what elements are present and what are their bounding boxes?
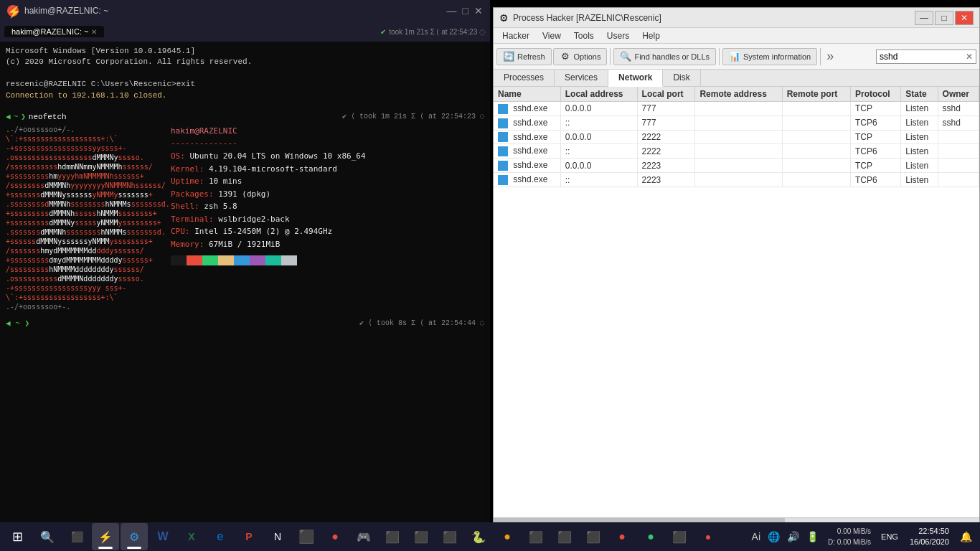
- terminal-prompt-line: ◀ ~ ❯ neofetch ✔ ⟨ took 1m 21s Σ ⟨ at 22…: [6, 112, 484, 123]
- taskbar-app-task-view[interactable]: ⬛: [63, 523, 90, 550]
- taskbar-app-6[interactable]: ⬛: [436, 523, 463, 550]
- taskbar-app-3[interactable]: 🎮: [350, 523, 377, 550]
- taskbar-app-10[interactable]: ⬛: [551, 523, 578, 550]
- col-state[interactable]: State: [901, 87, 938, 102]
- cell-remote-addr: [695, 102, 782, 116]
- system-info-label: System information: [743, 52, 811, 61]
- ph-menu-help[interactable]: Help: [636, 29, 666, 42]
- taskbar-lang[interactable]: ENG: [878, 532, 901, 541]
- sshd-icon: [498, 161, 508, 171]
- taskbar-search-btn[interactable]: 🔍: [34, 524, 60, 550]
- cell-remote-addr: [695, 159, 782, 173]
- find-handles-button[interactable]: 🔍 Find handles or DLLs: [613, 48, 716, 65]
- terminal-close-btn[interactable]: ✕: [474, 5, 483, 17]
- col-protocol[interactable]: Protocol: [850, 87, 900, 102]
- terminal-window-controls[interactable]: — □ ✕: [447, 5, 483, 17]
- taskbar-clock[interactable]: 22:54:50 16/06/2020: [904, 526, 955, 548]
- terminal-maximize-btn[interactable]: □: [463, 5, 468, 17]
- ph-network-table-container[interactable]: Name Local address Local port Remote add…: [494, 87, 979, 517]
- neofetch-ascii-art: .-/+oossssoo+/-. \`:+ssssssssssssssssss+…: [6, 125, 164, 311]
- taskbar-app-notepad[interactable]: N: [264, 523, 291, 550]
- taskbar-app-process-hacker[interactable]: ⚙: [121, 523, 148, 550]
- col-remote-address[interactable]: Remote address: [695, 87, 782, 102]
- cell-state: Listen: [901, 102, 938, 116]
- options-button[interactable]: ⚙ Options: [553, 48, 608, 65]
- refresh-label: Refresh: [517, 52, 545, 61]
- system-info-button[interactable]: 📊 System information: [722, 48, 817, 65]
- terminal-prompt-caret: ~: [14, 112, 19, 123]
- ph-close-btn[interactable]: ✕: [955, 11, 974, 25]
- taskbar-app-word[interactable]: W: [149, 523, 176, 550]
- sshd-icon: [498, 132, 508, 142]
- perf-download: D: 0.00 MiB/s: [828, 537, 871, 547]
- sys-tray-sound[interactable]: 🔊: [785, 531, 801, 542]
- col-remote-port[interactable]: Remote port: [782, 87, 850, 102]
- terminal-timing-3: ✔ ⟨ took 8s Σ ⟨ at 22:54:44 ◌: [359, 319, 484, 329]
- tab-disk[interactable]: Disk: [663, 70, 700, 86]
- taskbar-app-powerpoint[interactable]: P: [235, 523, 263, 550]
- taskbar-app-9[interactable]: ⬛: [522, 523, 550, 550]
- tab-network[interactable]: Network: [608, 70, 663, 87]
- table-row[interactable]: sshd.exe 0.0.0.0 2223 TCP Listen: [494, 159, 979, 173]
- ph-search-box[interactable]: ✕: [876, 50, 976, 64]
- ph-maximize-btn[interactable]: □: [935, 11, 953, 25]
- terminal-tab-1[interactable]: hakim@RAZELNIC: ~ ✕: [4, 26, 104, 37]
- terminal-body[interactable]: Microsoft Windows [Version 10.0.19645.1]…: [0, 42, 490, 551]
- col-owner[interactable]: Owner: [938, 87, 979, 102]
- taskbar-app-1[interactable]: ⬛: [293, 523, 320, 550]
- taskbar-app-12[interactable]: ●: [608, 523, 636, 550]
- ph-window-controls[interactable]: — □ ✕: [915, 11, 974, 25]
- taskbar-app-15[interactable]: ●: [694, 523, 722, 550]
- terminal-minimize-btn[interactable]: —: [447, 5, 457, 17]
- tab-processes[interactable]: Processes: [494, 70, 555, 86]
- sys-tray-ai[interactable]: Ai: [750, 531, 763, 542]
- cell-remote-port: [782, 116, 850, 130]
- taskbar-app-edge[interactable]: e: [207, 523, 234, 550]
- taskbar-app-excel[interactable]: X: [178, 523, 205, 550]
- table-row[interactable]: sshd.exe :: 777 TCP6 Listen sshd: [494, 116, 979, 130]
- cell-owner: sshd: [938, 116, 979, 130]
- col-name[interactable]: Name: [494, 87, 560, 102]
- neofetch-output: .-/+oossssoo+/-. \`:+ssssssssssssssssss+…: [6, 125, 484, 311]
- taskbar-app-5[interactable]: ⬛: [407, 523, 435, 550]
- taskbar-app-terminal[interactable]: ⚡: [92, 523, 119, 550]
- perf-upload: 0.00 MiB/s: [828, 526, 871, 537]
- taskbar-app-13[interactable]: ●: [637, 523, 664, 550]
- taskbar-app-2[interactable]: ●: [321, 523, 349, 550]
- toolbar-expand-icon[interactable]: »: [824, 49, 837, 64]
- refresh-button[interactable]: 🔄 Refresh: [496, 48, 552, 65]
- table-row[interactable]: sshd.exe :: 2222 TCP6 Listen: [494, 144, 979, 159]
- table-row[interactable]: sshd.exe :: 2223 TCP6 Listen: [494, 173, 979, 187]
- search-clear-btn[interactable]: ✕: [963, 50, 976, 63]
- taskbar-app-7[interactable]: 🐍: [465, 523, 492, 550]
- table-row[interactable]: sshd.exe 0.0.0.0 777 TCP Listen sshd: [494, 102, 979, 116]
- taskbar-app-14[interactable]: ⬛: [666, 523, 693, 550]
- ph-menu-view[interactable]: View: [537, 29, 567, 42]
- sys-tray-notification[interactable]: 🔔: [958, 531, 974, 542]
- cell-protocol: TCP6: [850, 144, 900, 159]
- terminal-tab-close[interactable]: ✕: [91, 28, 97, 36]
- tab-services[interactable]: Services: [555, 70, 608, 86]
- sys-tray-network[interactable]: 🌐: [765, 531, 782, 542]
- col-local-address[interactable]: Local address: [560, 87, 637, 102]
- ph-tabs: Processes Services Network Disk: [494, 70, 979, 87]
- col-local-port[interactable]: Local port: [637, 87, 695, 102]
- sys-tray-battery[interactable]: 🔋: [804, 531, 821, 542]
- search-input[interactable]: [877, 50, 963, 63]
- ph-menu-users[interactable]: Users: [601, 29, 635, 42]
- cell-remote-port: [782, 130, 850, 144]
- taskbar-perf: 0.00 MiB/s D: 0.00 MiB/s: [824, 526, 875, 547]
- ph-minimize-btn[interactable]: —: [915, 11, 933, 25]
- taskbar-app-4[interactable]: ⬛: [379, 523, 406, 550]
- terminal-command: neofetch: [29, 112, 67, 123]
- sshd-icon: [498, 118, 508, 128]
- table-row[interactable]: sshd.exe 0.0.0.0 2222 TCP Listen: [494, 130, 979, 144]
- ph-menu-tools[interactable]: Tools: [568, 29, 600, 42]
- start-button[interactable]: ⊞: [0, 522, 34, 551]
- terminal-tab-status: ✔ took 1m 21s Σ ⟨ at 22:54:23 ◌: [380, 28, 486, 36]
- ph-menu-hacker[interactable]: Hacker: [496, 29, 535, 42]
- taskbar-app-11[interactable]: ⬛: [580, 523, 607, 550]
- taskbar-app-8[interactable]: ●: [494, 523, 521, 550]
- sshd-icon: [498, 146, 508, 156]
- cell-name: sshd.exe: [494, 144, 560, 159]
